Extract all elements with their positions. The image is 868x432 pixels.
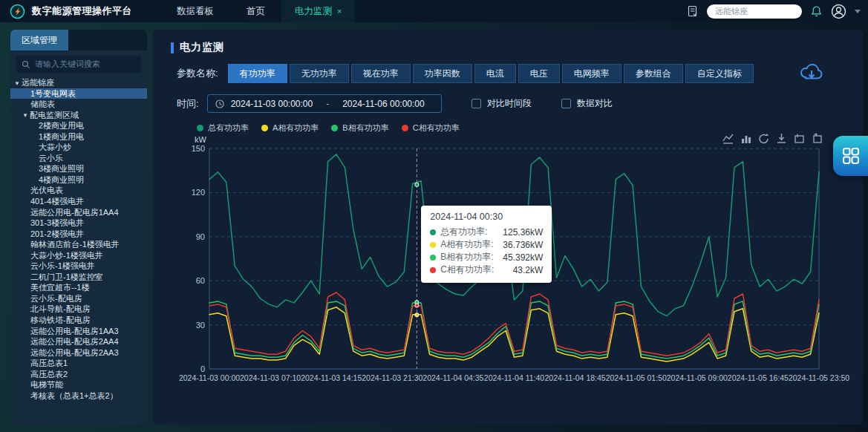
tree-item[interactable]: 4楼商业照明 <box>10 174 147 186</box>
tree-item[interactable]: 云小乐-配电房 <box>10 293 147 304</box>
legend-item[interactable]: A相有功功率 <box>261 122 319 134</box>
tree-item[interactable]: 北斗导航-配电房 <box>10 304 147 315</box>
tree-item[interactable]: 移动铁塔-配电房 <box>10 315 147 326</box>
sidebar: 区域管理 请输入关键词搜索 ▼远能锦座1号变电网表储能表▼配电监测区域2楼商业用… <box>10 30 147 425</box>
data-zoom-icon[interactable] <box>794 133 805 144</box>
tree-item-label: 高压总表2 <box>30 370 68 379</box>
legend-name: B相有功功率 <box>342 122 388 134</box>
save-image-icon[interactable] <box>776 133 787 144</box>
bar-chart-icon[interactable] <box>740 133 751 144</box>
param-button[interactable]: 有功功率 <box>228 64 287 83</box>
tab-region-management[interactable]: 区域管理 <box>10 30 68 50</box>
tree-item[interactable]: 翰林酒店前台-1楼强电井 <box>10 239 147 250</box>
x-axis-tick: 2024-11-03 07:10 <box>240 373 301 382</box>
tree-item[interactable]: 远能公用电-配电房2AA4 <box>10 336 147 347</box>
legend-dot <box>331 125 338 131</box>
tree-item[interactable]: ▼远能锦座 <box>10 77 147 88</box>
tree-item-label: 高压总表1 <box>30 359 68 367</box>
sidebar-tabs: 区域管理 <box>10 30 147 50</box>
nav-item-1[interactable]: 数据看板 <box>160 0 230 22</box>
param-button[interactable]: 参数组合 <box>624 64 683 83</box>
checkbox-box[interactable] <box>471 99 481 108</box>
param-button[interactable]: 电网频率 <box>562 64 621 83</box>
checkbox-box[interactable] <box>561 99 571 108</box>
param-button[interactable]: 电压 <box>518 64 560 83</box>
tree-item[interactable]: 光伏电表 <box>10 185 147 196</box>
x-axis-tick: 2024-11-05 23:50 <box>789 373 849 382</box>
param-button[interactable]: 视在功率 <box>351 64 411 83</box>
cloud-download-icon[interactable] <box>799 61 824 83</box>
param-button[interactable]: 无功功率 <box>290 64 349 83</box>
legend-dot <box>197 125 203 131</box>
tree-item[interactable]: 美佳宜超市--1楼 <box>10 282 147 293</box>
sidebar-search-placeholder: 请输入关键词搜索 <box>35 59 100 70</box>
tree-item[interactable]: 大蒜小炒 <box>10 142 147 153</box>
tooltip-row: B相有功功率:45.392kW <box>430 251 543 264</box>
tree-item[interactable]: 考核表（总表1+总表2） <box>10 390 147 402</box>
param-button[interactable]: 功率因数 <box>413 64 472 83</box>
title-accent-bar <box>171 42 174 53</box>
nav-item-2[interactable]: 首页 <box>230 0 281 22</box>
tooltip-series-name: C相有功功率: <box>440 264 494 276</box>
checkbox-1[interactable]: 对比时间段 <box>471 97 532 110</box>
search-input[interactable]: 远能锦座 <box>707 4 802 19</box>
tree-item[interactable]: 远能公用电-配电房1AA3 <box>10 326 147 337</box>
tree-item[interactable]: 远能公用电-配电房2AA3 <box>10 347 147 359</box>
tree-item-label: 201-2楼强电井 <box>30 229 84 238</box>
restore-icon[interactable] <box>758 133 769 144</box>
tab-label: 电力监测 <box>295 5 332 18</box>
tree-item[interactable]: 高压总表2 <box>10 369 147 380</box>
legend-item[interactable]: C相有功功率 <box>402 122 460 134</box>
main-panel: 电力监测 参数名称: 有功功率无功功率视在功率功率因数电流电压电网频率参数组合自… <box>153 30 863 425</box>
tree-item-label: 考核表（总表1+总表2） <box>30 391 118 400</box>
line-chart-icon[interactable] <box>722 133 734 144</box>
sidebar-search-input[interactable]: 请输入关键词搜索 <box>16 56 141 73</box>
tree-item-label: 二机门卫-1楼监控室 <box>30 272 103 281</box>
tree-item[interactable]: 远能公用电-配电房1AA4 <box>10 207 147 218</box>
tree-item[interactable]: 云小乐-1楼强电井 <box>10 261 147 272</box>
param-button[interactable]: 电流 <box>474 64 516 83</box>
tree-item[interactable]: 3楼商业照明 <box>10 163 147 174</box>
param-button[interactable]: 自定义指标 <box>685 64 754 83</box>
tree-item-label: 2楼商业用电 <box>39 121 84 130</box>
legend-name: C相有功功率 <box>413 122 460 134</box>
tooltip-title: 2024-11-04 00:30 <box>430 212 543 222</box>
legend-item[interactable]: B相有功功率 <box>331 122 388 134</box>
tree-item[interactable]: ▼配电监测区域 <box>10 110 147 121</box>
hover-point <box>415 304 419 307</box>
chevron-down-icon[interactable] <box>855 10 861 13</box>
report-icon[interactable] <box>687 5 699 17</box>
tab-power-monitoring[interactable]: 电力监测 × <box>281 0 355 22</box>
tree-item[interactable]: 储能表 <box>10 99 147 110</box>
date-range-picker[interactable]: 2024-11-03 00:00:00 - 2024-11-06 00:00:0… <box>207 94 442 113</box>
tree-item[interactable]: 1楼商业用电 <box>10 131 147 143</box>
hover-point <box>415 313 419 317</box>
user-avatar[interactable] <box>831 4 846 19</box>
top-right-cluster: 远能锦座 <box>687 4 868 19</box>
tree-item[interactable]: 电梯节能 <box>10 379 147 390</box>
tooltip-series-value: 125.36kW <box>503 227 543 238</box>
legend-item[interactable]: 总有功功率 <box>197 122 249 134</box>
zoom-reset-icon[interactable] <box>812 133 823 144</box>
tree-item[interactable]: 云小乐 <box>10 153 147 164</box>
tree-item[interactable]: 大蒜小炒-1楼强电井 <box>10 250 147 261</box>
tree-item[interactable]: 201-2楼强电井 <box>10 229 147 240</box>
checkbox-2[interactable]: 数据对比 <box>561 97 613 110</box>
app-grid-icon <box>841 146 861 166</box>
tree-item[interactable]: 401-4楼强电井 <box>10 196 147 207</box>
legend-name: 总有功功率 <box>208 122 249 134</box>
y-axis-tick: 90 <box>180 232 205 241</box>
bell-icon[interactable] <box>810 5 823 18</box>
tree-item[interactable]: 二机门卫-1楼监控室 <box>10 272 147 283</box>
tree-item-label: 远能公用电-配电房2AA3 <box>30 348 119 357</box>
parameter-buttons: 有功功率无功功率视在功率功率因数电流电压电网频率参数组合自定义指标 <box>228 64 756 83</box>
apps-fab-button[interactable] <box>833 136 868 176</box>
x-axis-tick: 2024-11-04 18:45 <box>545 373 606 382</box>
tab-close-icon[interactable]: × <box>337 7 342 16</box>
tree-item[interactable]: 2楼商业用电 <box>10 120 147 131</box>
time-label: 时间: <box>177 97 199 111</box>
tree-item[interactable]: 高压总表1 <box>10 358 147 369</box>
tree-item-label: 光伏电表 <box>30 186 63 194</box>
tree-item[interactable]: 301-3楼强电井 <box>10 217 147 229</box>
tree-item[interactable]: 1号变电网表 <box>10 88 147 99</box>
